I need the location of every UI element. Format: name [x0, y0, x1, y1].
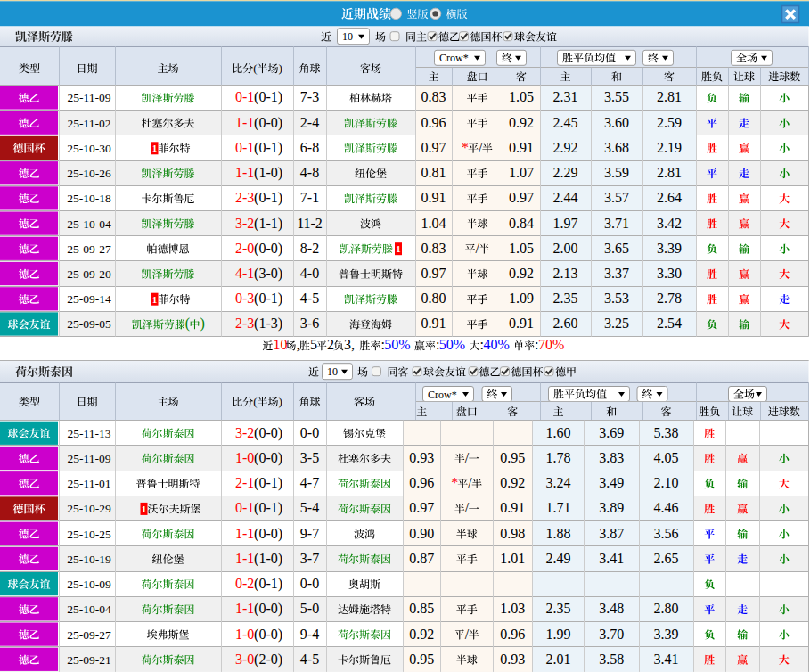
svg-text:3.24: 3.24	[546, 475, 571, 490]
svg-text:3.69: 3.69	[599, 425, 624, 440]
svg-text:1.09: 1.09	[509, 291, 534, 306]
svg-text:0-0: 0-0	[300, 576, 319, 591]
svg-text:1: 1	[396, 243, 401, 254]
svg-text:0-0: 0-0	[300, 425, 319, 440]
svg-text:1.71: 1.71	[546, 500, 571, 515]
svg-text:1: 1	[152, 294, 158, 305]
svg-text:3.87: 3.87	[599, 526, 624, 541]
svg-text:9-4: 9-4	[300, 627, 319, 642]
svg-text:25-10-18: 25-10-18	[67, 192, 111, 205]
svg-text:1: 1	[142, 504, 147, 514]
svg-text:7-3: 7-3	[300, 89, 319, 104]
svg-text:10: 10	[342, 30, 353, 43]
svg-text:2-3: 2-3	[235, 316, 254, 331]
svg-text:3,: 3,	[344, 337, 355, 352]
svg-text:/: /	[465, 627, 470, 642]
svg-text:3-0: 3-0	[235, 652, 254, 667]
svg-text:25-09-14: 25-09-14	[67, 292, 111, 306]
svg-text:0.91: 0.91	[509, 140, 534, 155]
svg-text:0.91: 0.91	[500, 500, 525, 515]
svg-text:9-7: 9-7	[300, 526, 319, 541]
svg-text:3.42: 3.42	[657, 216, 682, 231]
svg-text:3.71: 3.71	[604, 216, 629, 231]
svg-text:0.91: 0.91	[421, 316, 446, 331]
svg-text:25-10-29: 25-10-29	[67, 502, 111, 515]
svg-text:2.78: 2.78	[657, 291, 682, 306]
svg-text:3.53: 3.53	[604, 291, 629, 306]
svg-text:50%: 50%	[384, 337, 410, 352]
svg-text:3.58: 3.58	[599, 652, 624, 667]
svg-text:/: /	[465, 500, 470, 515]
svg-text:1-1: 1-1	[235, 601, 254, 616]
svg-text:0.90: 0.90	[409, 526, 434, 541]
svg-text:): )	[279, 395, 282, 408]
svg-text:0.87: 0.87	[409, 551, 434, 566]
svg-text:0-1: 0-1	[235, 500, 254, 515]
svg-text:2.81: 2.81	[657, 89, 682, 104]
svg-text:2.29: 2.29	[553, 165, 578, 180]
svg-text:(0-1): (0-1)	[254, 89, 282, 105]
svg-text:0-3: 0-3	[235, 291, 254, 306]
svg-text:3.41: 3.41	[599, 551, 624, 566]
svg-text:3.39: 3.39	[657, 241, 682, 256]
svg-text:5-4: 5-4	[300, 500, 319, 515]
svg-text:25-10-30: 25-10-30	[67, 142, 111, 155]
svg-text:3-6: 3-6	[300, 316, 319, 331]
svg-text:0.85: 0.85	[409, 601, 434, 616]
svg-text:3.65: 3.65	[604, 241, 629, 256]
svg-text:25-11-09: 25-11-09	[68, 91, 111, 104]
svg-text:): )	[279, 61, 282, 75]
svg-text:10: 10	[273, 337, 287, 352]
svg-text:0.83: 0.83	[421, 89, 446, 104]
svg-text:2.49: 2.49	[546, 551, 571, 566]
svg-text:2.60: 2.60	[553, 316, 578, 331]
svg-text:(0-0): (0-0)	[254, 450, 282, 466]
svg-text:1.78: 1.78	[546, 450, 571, 465]
svg-text:0.84: 0.84	[509, 216, 534, 231]
svg-text:2.44: 2.44	[553, 190, 578, 205]
svg-text:(0-1): (0-1)	[254, 475, 282, 491]
svg-text:25-09-21: 25-09-21	[67, 653, 111, 667]
svg-text:1-1: 1-1	[235, 551, 254, 566]
svg-text:50%: 50%	[439, 337, 465, 352]
svg-text:5: 5	[310, 337, 317, 352]
svg-text:(0-0): (0-0)	[254, 115, 282, 131]
svg-text:0.92: 0.92	[509, 266, 534, 281]
svg-text:1.01: 1.01	[500, 551, 525, 566]
svg-text:25-09-27: 25-09-27	[67, 242, 111, 256]
svg-text:1.05: 1.05	[509, 241, 534, 256]
svg-text:0.97: 0.97	[421, 140, 446, 155]
svg-text:,: ,	[296, 337, 299, 352]
svg-text:25-10-04: 25-10-04	[67, 602, 111, 616]
svg-text:1.04: 1.04	[421, 216, 446, 231]
svg-text:10: 10	[327, 365, 338, 378]
svg-text:0-1: 0-1	[235, 89, 254, 104]
svg-text:0.95: 0.95	[409, 652, 434, 667]
svg-text:25-11-09: 25-11-09	[68, 452, 111, 465]
svg-text:(0-1): (0-1)	[254, 291, 282, 307]
svg-text:4.46: 4.46	[654, 500, 679, 515]
svg-text:3.48: 3.48	[599, 601, 624, 616]
svg-text:25-11-02: 25-11-02	[68, 117, 111, 130]
svg-text:2.13: 2.13	[553, 266, 578, 281]
svg-text:2.80: 2.80	[654, 601, 679, 616]
svg-text:0-1: 0-1	[235, 140, 254, 155]
svg-text:1.99: 1.99	[546, 627, 571, 642]
svg-text:0.92: 0.92	[409, 627, 434, 642]
svg-text:2: 2	[327, 337, 334, 352]
svg-text:2.65: 2.65	[654, 551, 679, 566]
svg-text:4-1: 4-1	[235, 266, 254, 281]
svg-text:3.55: 3.55	[604, 89, 629, 104]
svg-text:*: *	[462, 140, 469, 155]
svg-text:3.83: 3.83	[599, 450, 624, 465]
svg-text:11-2: 11-2	[297, 216, 323, 231]
svg-text:0.83: 0.83	[421, 241, 446, 256]
svg-text:(0-1): (0-1)	[254, 576, 282, 592]
svg-text:/: /	[479, 140, 483, 155]
svg-text:Crow*: Crow*	[428, 389, 457, 401]
svg-text:3.49: 3.49	[599, 475, 624, 490]
svg-text:1.60: 1.60	[546, 425, 571, 440]
svg-text:3.60: 3.60	[604, 115, 629, 130]
svg-text:/: /	[468, 475, 472, 490]
svg-text:0.97: 0.97	[421, 266, 446, 281]
